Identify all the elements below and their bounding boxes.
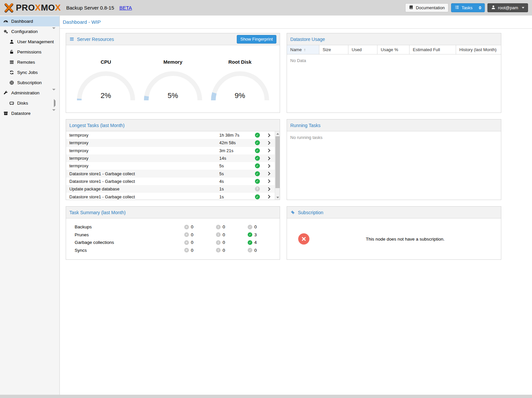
task-row[interactable]: termproxy42m 58s✓ <box>66 139 280 147</box>
summary-row-backups: Backups×0!0✓0 <box>66 223 280 231</box>
task-duration: 5s <box>219 171 252 176</box>
datastore-usage-panel: Datastore Usage Name↑SizeUsedUsage %Esti… <box>287 33 501 113</box>
sidebar-item-dashboard[interactable]: Dashboard <box>0 16 59 26</box>
task-row[interactable]: termproxy1h 38m 7s✓ <box>66 131 280 139</box>
sidebar-item-administration[interactable]: Administration <box>0 88 59 98</box>
bars-icon <box>9 60 14 65</box>
check-circle-icon: ✓ <box>255 140 260 145</box>
task-list-icon <box>455 5 459 11</box>
user-menu-button[interactable]: root@pam <box>487 3 528 12</box>
task-name: Datastore store1 - Garbage collect <box>66 179 219 184</box>
brand-text: PROXMOX <box>16 3 61 13</box>
gauge-label: CPU <box>101 59 111 65</box>
column-header-history-last-month-[interactable]: History (last Month) <box>456 45 501 54</box>
column-label: History (last Month) <box>459 47 497 52</box>
show-fingerprint-button[interactable]: Show Fingerprint <box>237 35 276 44</box>
check-circle-icon: ✓ <box>248 248 252 252</box>
open-task-button[interactable] <box>262 172 275 175</box>
summary-error-cell: ×0 <box>184 240 216 245</box>
open-task-button[interactable] <box>262 165 275 167</box>
scrollbar-down-arrow[interactable] <box>275 195 280 200</box>
expander-down-icon[interactable] <box>52 29 55 34</box>
disk-icon <box>9 101 14 106</box>
column-header-name[interactable]: Name↑ <box>287 45 319 54</box>
gauge-memory: Memory5% <box>143 52 203 101</box>
task-row[interactable]: Datastore store1 - Garbage collect4s✓ <box>66 178 280 185</box>
exclamation-circle-icon: ! <box>216 232 221 237</box>
sidebar-item-configuration[interactable]: Configuration <box>0 26 59 37</box>
chevron-right-icon <box>266 195 270 198</box>
documentation-button[interactable]: Documentation <box>405 3 448 12</box>
wrench-icon <box>3 90 8 95</box>
open-task-button[interactable] <box>262 134 275 137</box>
beta-link[interactable]: BETA <box>120 5 132 11</box>
summary-label: Garbage collections <box>75 240 184 245</box>
sidebar-item-subscription[interactable]: Subscription <box>0 78 59 88</box>
column-header-size[interactable]: Size <box>319 45 348 54</box>
scrollbar-up-arrow[interactable] <box>275 131 280 136</box>
open-task-button[interactable] <box>262 195 275 198</box>
task-row[interactable]: Datastore store1 - Garbage collect1s✓ <box>66 193 280 200</box>
expander-down-icon[interactable] <box>52 111 55 116</box>
expander-right-icon[interactable] <box>54 101 55 106</box>
scrollbar-thumb[interactable] <box>275 136 280 188</box>
gauge-arc: 5% <box>143 69 203 101</box>
warning-count: 0 <box>223 224 225 229</box>
summary-warning-cell: !0 <box>216 248 248 253</box>
error-count: 0 <box>191 232 194 237</box>
no-subscription-icon: × <box>298 233 309 245</box>
sidebar-item-remotes[interactable]: Remotes <box>0 57 59 67</box>
ok-count: 3 <box>254 232 257 237</box>
gauge-cpu: CPU2% <box>76 52 136 101</box>
sidebar-item-sync-jobs[interactable]: Sync Jobs <box>0 67 59 78</box>
task-duration: 1s <box>219 186 252 191</box>
open-task-button[interactable] <box>262 142 275 144</box>
page-title: Dashboard - WIP <box>63 19 101 25</box>
server-resources-title: Server Resources <box>77 37 114 42</box>
sidebar-item-label: Sync Jobs <box>17 70 38 75</box>
column-header-used[interactable]: Used <box>348 45 377 54</box>
task-row[interactable]: Datastore store1 - Garbage collect5s✓ <box>66 170 280 177</box>
sidebar-item-permissions[interactable]: Permissions <box>0 47 59 57</box>
task-duration: 3m 21s <box>219 148 252 153</box>
running-tasks-panel: Running Tasks No running tasks <box>287 119 501 200</box>
warning-count: 0 <box>223 232 225 237</box>
task-name: termproxy <box>66 163 219 168</box>
exclamation-circle-icon: ! <box>216 240 221 245</box>
proxmox-logo: PROXMOX <box>4 3 61 13</box>
column-header-usage-[interactable]: Usage % <box>377 45 409 54</box>
sidebar-item-datastore[interactable]: Datastore <box>0 108 59 118</box>
task-name: Datastore store1 - Garbage collect <box>66 171 219 176</box>
open-task-button[interactable] <box>262 157 275 160</box>
open-task-button[interactable] <box>262 188 275 190</box>
chevron-right-icon <box>266 149 270 152</box>
column-header-estimated-full[interactable]: Estimated Full <box>409 45 456 54</box>
task-status: ✓ <box>252 163 262 168</box>
task-status: ✓ <box>252 194 262 199</box>
task-row[interactable]: termproxy3m 21s✓ <box>66 147 280 154</box>
summary-row-garbage-collections: Garbage collections×0!0✓4 <box>66 239 280 247</box>
sidebar-item-user-management[interactable]: User Management <box>0 37 59 47</box>
summary-warning-cell: !0 <box>216 240 248 245</box>
column-label: Used <box>352 47 362 52</box>
subscription-panel: Subscription × This node does not have a… <box>287 206 501 260</box>
task-row[interactable]: termproxy5s✓ <box>66 162 280 170</box>
open-task-button[interactable] <box>262 180 275 182</box>
task-row[interactable]: Update package database1s? <box>66 185 280 193</box>
chevron-right-icon <box>266 180 270 183</box>
sidebar-item-disks[interactable]: Disks <box>0 98 59 108</box>
sidebar-item-label: Subscription <box>17 80 42 85</box>
expander-down-icon[interactable] <box>52 90 55 95</box>
summary-warning-cell: !0 <box>216 224 248 229</box>
tasks-button[interactable]: Tasks 0 <box>451 3 485 12</box>
task-name: termproxy <box>66 148 219 153</box>
open-task-button[interactable] <box>262 149 275 152</box>
longest-tasks-title: Longest Tasks (last Month) <box>69 123 124 128</box>
task-name: Update package database <box>66 186 219 191</box>
summary-label: Syncs <box>75 248 184 253</box>
task-row[interactable]: termproxy14s✓ <box>66 154 280 162</box>
scrollbar[interactable] <box>275 131 280 200</box>
gauge-value: 9% <box>210 91 270 100</box>
task-name: Datastore store1 - Garbage collect <box>66 194 219 199</box>
exclamation-circle-icon: ! <box>216 225 221 229</box>
